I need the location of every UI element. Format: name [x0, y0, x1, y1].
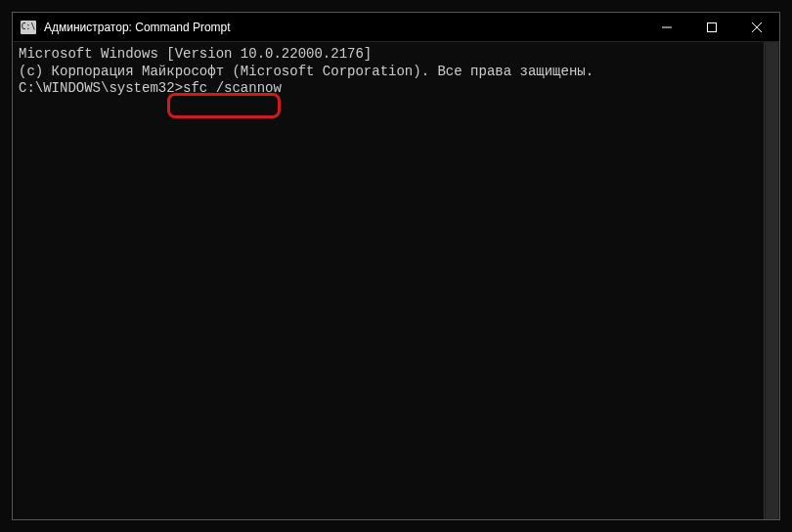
command-prompt-window: C:\ Администратор: Command Prompt Micros… [12, 12, 780, 520]
version-line: Microsoft Windows [Version 10.0.22000.21… [19, 46, 773, 64]
scrollbar-thumb[interactable] [766, 42, 778, 519]
maximize-button[interactable] [689, 13, 734, 41]
terminal-body[interactable]: Microsoft Windows [Version 10.0.22000.21… [13, 42, 779, 519]
copyright-line: (c) Корпорация Майкрософт (Microsoft Cor… [19, 64, 773, 81]
command-input[interactable]: sfc /scannow [183, 80, 282, 98]
close-button[interactable] [734, 13, 779, 41]
prompt-line: C:\WINDOWS\system32>sfc /scannow [19, 80, 773, 98]
scrollbar[interactable] [764, 42, 779, 519]
cmd-icon: C:\ [21, 21, 36, 34]
titlebar[interactable]: C:\ Администратор: Command Prompt [13, 13, 779, 42]
svg-rect-1 [708, 22, 717, 31]
prompt-path: C:\WINDOWS\system32> [19, 80, 183, 98]
window-title: Администратор: Command Prompt [44, 21, 644, 34]
window-controls [644, 13, 779, 41]
minimize-button[interactable] [644, 13, 689, 41]
